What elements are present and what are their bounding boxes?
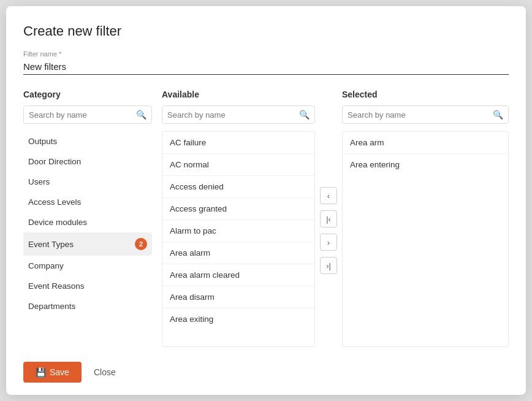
category-item-door-direction[interactable]: Door Direction xyxy=(23,151,152,172)
category-item-device-modules[interactable]: Device modules xyxy=(23,212,152,232)
filter-name-label: Filter name * xyxy=(23,50,509,58)
create-filter-modal: Create new filter Filter name * Category… xyxy=(6,6,526,395)
save-label: Save xyxy=(50,367,69,377)
transfer-controls: ‹ |‹ › ›| xyxy=(315,90,342,347)
move-last-button[interactable]: ›| xyxy=(320,257,337,274)
category-item-event-types-label: Event Types xyxy=(28,240,74,249)
available-item-alarm-to-pac[interactable]: Alarm to pac xyxy=(162,220,314,242)
selected-search-box[interactable]: 🔍 xyxy=(342,105,509,124)
category-list: Outputs Door Direction Users Access Leve… xyxy=(23,131,152,316)
category-item-departments[interactable]: Departments xyxy=(23,296,152,316)
event-types-badge: 2 xyxy=(135,238,147,250)
available-item-access-denied[interactable]: Access denied xyxy=(162,176,314,198)
category-item-outputs[interactable]: Outputs xyxy=(23,131,152,151)
category-search-icon: 🔍 xyxy=(136,110,146,120)
category-item-users[interactable]: Users xyxy=(23,172,152,192)
available-search-box[interactable]: 🔍 xyxy=(162,105,315,124)
category-item-event-reasons[interactable]: Event Reasons xyxy=(23,276,152,296)
available-search-input[interactable] xyxy=(167,110,299,120)
save-button[interactable]: 💾 Save xyxy=(23,362,82,383)
filter-name-input[interactable] xyxy=(23,60,509,75)
available-list: AC failure AC normal Access denied Acces… xyxy=(162,131,315,347)
available-column: Available 🔍 AC failure AC normal Access … xyxy=(162,90,315,347)
selected-column: Selected 🔍 Area arm Area entering xyxy=(342,90,509,347)
selected-list: Area arm Area entering xyxy=(342,131,509,347)
modal-title: Create new filter xyxy=(23,23,509,39)
selected-search-input[interactable] xyxy=(348,110,493,120)
close-button[interactable]: Close xyxy=(91,362,118,383)
filter-name-section: Filter name * xyxy=(23,50,509,75)
move-left-button[interactable]: ‹ xyxy=(320,187,337,204)
category-item-event-types[interactable]: Event Types 2 xyxy=(23,232,152,256)
available-item-area-disarm[interactable]: Area disarm xyxy=(162,286,314,308)
category-item-company[interactable]: Company xyxy=(23,256,152,276)
available-item-access-granted[interactable]: Access granted xyxy=(162,198,314,220)
available-item-ac-failure[interactable]: AC failure xyxy=(162,132,314,154)
category-search-input[interactable] xyxy=(29,110,136,120)
category-column: Category 🔍 Outputs Door Direction Users … xyxy=(23,90,152,347)
available-header: Available xyxy=(162,90,315,99)
selected-header: Selected xyxy=(342,90,509,99)
move-right-button[interactable]: › xyxy=(320,234,337,251)
move-first-button[interactable]: |‹ xyxy=(320,210,337,227)
available-item-area-exiting[interactable]: Area exiting xyxy=(162,308,314,330)
available-item-ac-normal[interactable]: AC normal xyxy=(162,154,314,176)
columns: Category 🔍 Outputs Door Direction Users … xyxy=(23,90,509,347)
save-icon: 💾 xyxy=(36,367,46,377)
available-item-area-alarm[interactable]: Area alarm xyxy=(162,242,314,264)
selected-search-icon: 🔍 xyxy=(493,110,503,120)
selected-item-area-arm[interactable]: Area arm xyxy=(343,132,508,154)
category-item-access-levels[interactable]: Access Levels xyxy=(23,192,152,212)
available-item-area-alarm-cleared[interactable]: Area alarm cleared xyxy=(162,264,314,286)
available-search-icon: 🔍 xyxy=(299,110,310,120)
footer: 💾 Save Close xyxy=(23,362,509,383)
category-search-box[interactable]: 🔍 xyxy=(23,105,152,124)
selected-item-area-entering[interactable]: Area entering xyxy=(343,154,508,175)
category-header: Category xyxy=(23,90,152,99)
